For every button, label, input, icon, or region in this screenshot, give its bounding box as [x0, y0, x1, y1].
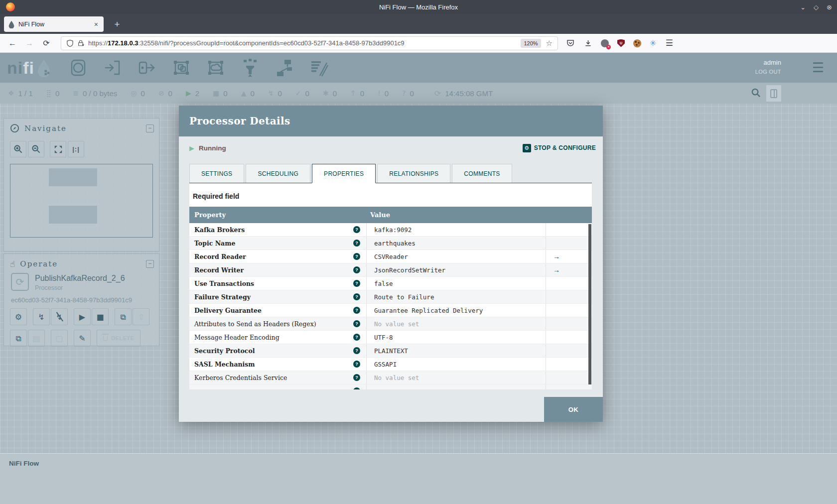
label-icon[interactable]	[309, 57, 329, 79]
paste-button[interactable]: ▤	[28, 330, 45, 347]
window-close-button[interactable]: ⊗	[827, 3, 832, 11]
help-icon[interactable]: ?	[353, 280, 360, 287]
input-port-icon[interactable]	[103, 57, 123, 79]
tab-settings[interactable]: SETTINGS	[189, 164, 244, 183]
process-group-icon[interactable]	[171, 57, 191, 79]
help-icon[interactable]: ?	[353, 293, 360, 300]
back-button[interactable]: ←	[5, 39, 20, 48]
help-icon[interactable]: ?	[353, 387, 360, 389]
processor-icon[interactable]	[68, 57, 88, 79]
birdseye-minimap[interactable]	[10, 164, 153, 238]
group-button[interactable]: ▢	[51, 330, 68, 347]
help-icon[interactable]: ?	[353, 307, 360, 314]
create-template-button[interactable]: ⧉	[115, 308, 132, 325]
ublock-origin-icon[interactable]: U	[617, 39, 625, 47]
invalid-icon: ▲	[241, 89, 247, 97]
ok-button[interactable]: OK	[544, 397, 603, 422]
properties-table-header: Property Value	[189, 207, 592, 223]
remote-process-group-icon[interactable]	[206, 57, 226, 79]
zoom-in-button[interactable]	[10, 141, 26, 157]
help-icon[interactable]: ?	[353, 253, 360, 260]
panel-toggle-button[interactable]	[766, 85, 781, 102]
table-row: Security Protocol? PLAINTEXT	[189, 344, 592, 358]
stop-and-configure-button[interactable]: ⚙ STOP & CONFIGURE	[523, 144, 596, 152]
status-queued: ≣0 / 0 bytes	[73, 89, 117, 98]
table-row: Use Transactions? false	[189, 277, 592, 290]
property-value: PLAINTEXT	[366, 344, 546, 357]
window-restore-button[interactable]: ◇	[814, 3, 819, 11]
search-icon[interactable]	[751, 88, 761, 100]
help-icon[interactable]: ?	[353, 347, 360, 354]
tab-relationships[interactable]: RELATIONSHIPS	[377, 164, 450, 183]
tab-scheduling[interactable]: SCHEDULING	[246, 164, 310, 183]
funnel-icon[interactable]	[240, 57, 260, 79]
help-icon[interactable]: ?	[353, 320, 360, 327]
cookie-extension-icon[interactable]	[633, 39, 641, 47]
disable-button[interactable]: ↯	[51, 308, 68, 325]
zoom-out-button[interactable]	[28, 141, 44, 157]
help-icon[interactable]: ?	[353, 361, 360, 368]
stop-button[interactable]: ■	[92, 308, 109, 325]
operate-collapse-button[interactable]: −	[146, 260, 154, 268]
downloads-icon[interactable]	[583, 39, 592, 48]
menu-hamburger-icon[interactable]: ☰	[665, 39, 674, 48]
navigate-collapse-button[interactable]: −	[146, 125, 154, 132]
disabled-icon: ↯	[268, 89, 274, 97]
operate-panel: ☝ Operate − ⟳ PublishKafkaRecord_2_6 Pro…	[3, 253, 159, 346]
breadcrumb[interactable]: NiFi Flow	[9, 460, 39, 467]
trash-icon	[103, 336, 108, 341]
tab-properties[interactable]: PROPERTIES	[312, 164, 376, 183]
go-to-service-arrow[interactable]: →	[553, 266, 560, 274]
bookmark-star-icon[interactable]: ☆	[546, 39, 553, 48]
selected-processor-icon: ⟳	[11, 273, 29, 291]
table-row: Record Reader? CSVReader →	[189, 250, 592, 263]
property-value: kafka:9092	[366, 223, 546, 236]
status-not-transmitting: ⊘0	[158, 89, 172, 98]
tracking-shield-icon[interactable]	[66, 39, 74, 47]
fill-color-button[interactable]: ✎	[74, 330, 91, 347]
help-icon[interactable]: ?	[353, 226, 360, 233]
output-port-icon[interactable]	[137, 57, 157, 79]
forward-button[interactable]: →	[22, 39, 37, 48]
go-to-service-arrow[interactable]: →	[553, 252, 560, 260]
upload-template-button[interactable]: ⇧	[133, 308, 149, 325]
help-icon[interactable]: ?	[353, 266, 360, 273]
template-icon[interactable]	[275, 57, 294, 79]
container-extension-icon[interactable]: ✳	[650, 38, 656, 48]
nifi-header: nifi	[0, 53, 837, 83]
help-icon[interactable]: ?	[353, 374, 360, 381]
connection-lock-icon[interactable]	[77, 39, 84, 47]
start-button[interactable]: ▶	[74, 308, 91, 325]
logout-link[interactable]: LOG OUT	[755, 69, 781, 75]
table-scrollbar[interactable]	[588, 224, 591, 384]
zoom-level-badge[interactable]: 120%	[521, 39, 541, 48]
window-minimize-button[interactable]: ⌄	[800, 3, 806, 11]
global-menu-icon[interactable]: ☰	[812, 60, 824, 76]
tab-close-icon[interactable]: ×	[93, 20, 100, 28]
reload-button[interactable]: ⟳	[39, 38, 54, 48]
new-tab-button[interactable]: +	[110, 16, 125, 32]
table-row: Record Writer? JsonRecordSetWriter →	[189, 263, 592, 277]
configure-button[interactable]: ⚙	[10, 308, 27, 325]
copy-button[interactable]: ⧉	[10, 330, 27, 347]
url-bar[interactable]: https://172.18.0.3:32558/nifi/?processGr…	[61, 36, 558, 50]
property-name: Message Header Encoding	[194, 334, 279, 341]
table-row: Kafka Brokers? kafka:9092	[189, 223, 592, 237]
browser-tab-nifi-flow[interactable]: NiFi Flow ×	[4, 16, 104, 32]
running-status-label: Running	[199, 144, 226, 152]
table-row: Message Header Encoding? UTF-8	[189, 331, 592, 344]
flow-canvas[interactable]: Navigate − |:|	[0, 104, 837, 504]
zoom-fit-button[interactable]	[50, 141, 66, 157]
extension-icon[interactable]	[601, 39, 609, 47]
enable-button[interactable]: ↯	[33, 308, 50, 325]
tab-comments[interactable]: COMMENTS	[452, 164, 512, 183]
help-icon[interactable]: ?	[353, 240, 360, 247]
property-name: Record Reader	[194, 253, 246, 260]
nifi-drop-icon	[36, 58, 51, 77]
zoom-actual-size-button[interactable]: |:|	[68, 141, 84, 157]
delete-button[interactable]: DELETE	[97, 330, 140, 347]
refresh-icon[interactable]: ⟳	[434, 89, 441, 98]
help-icon[interactable]: ?	[353, 334, 360, 341]
status-stopped: ■0	[213, 89, 228, 98]
pocket-icon[interactable]	[566, 39, 575, 48]
